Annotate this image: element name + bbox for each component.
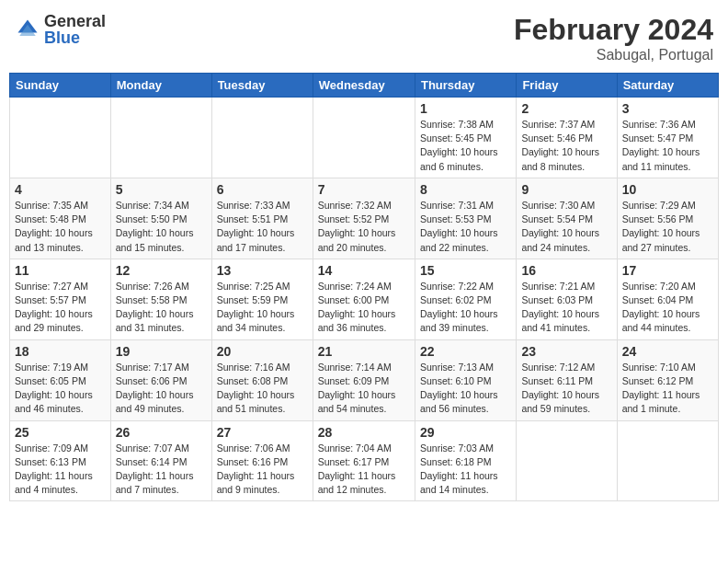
calendar-cell: 26Sunrise: 7:07 AM Sunset: 6:14 PM Dayli… bbox=[110, 420, 211, 501]
calendar-cell: 22Sunrise: 7:13 AM Sunset: 6:10 PM Dayli… bbox=[415, 339, 516, 420]
calendar-cell: 19Sunrise: 7:17 AM Sunset: 6:06 PM Dayli… bbox=[110, 339, 211, 420]
day-info: Sunrise: 7:35 AM Sunset: 5:48 PM Dayligh… bbox=[15, 199, 106, 255]
page-header: General Blue February 2024 Sabugal, Port… bbox=[9, 9, 719, 67]
calendar-cell bbox=[110, 98, 211, 178]
calendar-cell: 5Sunrise: 7:34 AM Sunset: 5:50 PM Daylig… bbox=[110, 178, 211, 259]
day-info: Sunrise: 7:21 AM Sunset: 6:03 PM Dayligh… bbox=[521, 280, 611, 336]
calendar-cell: 25Sunrise: 7:09 AM Sunset: 6:13 PM Dayli… bbox=[10, 420, 111, 501]
calendar-cell: 9Sunrise: 7:30 AM Sunset: 5:54 PM Daylig… bbox=[517, 178, 617, 259]
calendar-cell: 11Sunrise: 7:27 AM Sunset: 5:57 PM Dayli… bbox=[10, 259, 111, 339]
day-info: Sunrise: 7:25 AM Sunset: 5:59 PM Dayligh… bbox=[217, 280, 308, 336]
day-info: Sunrise: 7:32 AM Sunset: 5:52 PM Dayligh… bbox=[318, 199, 410, 255]
calendar-cell: 10Sunrise: 7:29 AM Sunset: 5:56 PM Dayli… bbox=[617, 178, 718, 259]
weekday-header-friday: Friday bbox=[517, 74, 617, 98]
day-info: Sunrise: 7:33 AM Sunset: 5:51 PM Dayligh… bbox=[217, 199, 308, 255]
day-info: Sunrise: 7:06 AM Sunset: 6:16 PM Dayligh… bbox=[217, 442, 308, 498]
day-number: 6 bbox=[217, 182, 308, 197]
calendar-week-row: 4Sunrise: 7:35 AM Sunset: 5:48 PM Daylig… bbox=[10, 178, 719, 259]
day-info: Sunrise: 7:22 AM Sunset: 6:02 PM Dayligh… bbox=[420, 280, 511, 336]
day-number: 14 bbox=[318, 263, 410, 278]
weekday-header-wednesday: Wednesday bbox=[313, 74, 415, 98]
day-number: 24 bbox=[622, 344, 713, 359]
day-info: Sunrise: 7:10 AM Sunset: 6:12 PM Dayligh… bbox=[622, 361, 713, 417]
calendar-cell bbox=[10, 98, 111, 178]
day-info: Sunrise: 7:14 AM Sunset: 6:09 PM Dayligh… bbox=[318, 361, 410, 417]
calendar-cell bbox=[617, 420, 718, 501]
day-number: 12 bbox=[116, 263, 207, 278]
day-number: 19 bbox=[116, 344, 207, 359]
day-number: 29 bbox=[420, 425, 511, 440]
day-number: 13 bbox=[217, 263, 308, 278]
logo-general: General bbox=[44, 13, 106, 29]
calendar-cell: 13Sunrise: 7:25 AM Sunset: 5:59 PM Dayli… bbox=[211, 259, 313, 339]
day-number: 10 bbox=[622, 182, 713, 197]
day-info: Sunrise: 7:24 AM Sunset: 6:00 PM Dayligh… bbox=[318, 280, 410, 336]
day-info: Sunrise: 7:13 AM Sunset: 6:10 PM Dayligh… bbox=[420, 361, 511, 417]
day-number: 15 bbox=[420, 263, 511, 278]
calendar-cell bbox=[517, 420, 617, 501]
day-number: 27 bbox=[217, 425, 308, 440]
weekday-header-saturday: Saturday bbox=[617, 74, 718, 98]
calendar-cell: 15Sunrise: 7:22 AM Sunset: 6:02 PM Dayli… bbox=[415, 259, 516, 339]
location: Sabugal, Portugal bbox=[514, 47, 713, 63]
day-info: Sunrise: 7:09 AM Sunset: 6:13 PM Dayligh… bbox=[15, 442, 106, 498]
day-info: Sunrise: 7:37 AM Sunset: 5:46 PM Dayligh… bbox=[521, 118, 611, 174]
calendar-cell: 20Sunrise: 7:16 AM Sunset: 6:08 PM Dayli… bbox=[211, 339, 313, 420]
calendar-week-row: 18Sunrise: 7:19 AM Sunset: 6:05 PM Dayli… bbox=[10, 339, 719, 420]
calendar-cell: 1Sunrise: 7:38 AM Sunset: 5:45 PM Daylig… bbox=[415, 98, 516, 178]
day-info: Sunrise: 7:31 AM Sunset: 5:53 PM Dayligh… bbox=[420, 199, 511, 255]
calendar-cell: 12Sunrise: 7:26 AM Sunset: 5:58 PM Dayli… bbox=[110, 259, 211, 339]
calendar-cell: 3Sunrise: 7:36 AM Sunset: 5:47 PM Daylig… bbox=[617, 98, 718, 178]
month-year: February 2024 bbox=[514, 13, 713, 47]
day-info: Sunrise: 7:20 AM Sunset: 6:04 PM Dayligh… bbox=[622, 280, 713, 336]
calendar-cell: 14Sunrise: 7:24 AM Sunset: 6:00 PM Dayli… bbox=[313, 259, 415, 339]
calendar-cell: 18Sunrise: 7:19 AM Sunset: 6:05 PM Dayli… bbox=[10, 339, 111, 420]
calendar-cell: 6Sunrise: 7:33 AM Sunset: 5:51 PM Daylig… bbox=[211, 178, 313, 259]
calendar-cell bbox=[211, 98, 313, 178]
day-info: Sunrise: 7:34 AM Sunset: 5:50 PM Dayligh… bbox=[116, 199, 207, 255]
calendar-cell: 2Sunrise: 7:37 AM Sunset: 5:46 PM Daylig… bbox=[517, 98, 617, 178]
day-info: Sunrise: 7:03 AM Sunset: 6:18 PM Dayligh… bbox=[420, 442, 511, 498]
day-info: Sunrise: 7:27 AM Sunset: 5:57 PM Dayligh… bbox=[15, 280, 106, 336]
calendar-cell: 17Sunrise: 7:20 AM Sunset: 6:04 PM Dayli… bbox=[617, 259, 718, 339]
day-number: 7 bbox=[318, 182, 410, 197]
day-info: Sunrise: 7:12 AM Sunset: 6:11 PM Dayligh… bbox=[521, 361, 611, 417]
day-info: Sunrise: 7:36 AM Sunset: 5:47 PM Dayligh… bbox=[622, 118, 713, 174]
day-number: 3 bbox=[622, 101, 713, 116]
calendar-cell: 4Sunrise: 7:35 AM Sunset: 5:48 PM Daylig… bbox=[10, 178, 111, 259]
day-number: 26 bbox=[116, 425, 207, 440]
weekday-header-tuesday: Tuesday bbox=[211, 74, 313, 98]
day-number: 2 bbox=[521, 101, 611, 116]
calendar-cell: 8Sunrise: 7:31 AM Sunset: 5:53 PM Daylig… bbox=[415, 178, 516, 259]
day-number: 1 bbox=[420, 101, 511, 116]
day-number: 5 bbox=[116, 182, 207, 197]
calendar-week-row: 25Sunrise: 7:09 AM Sunset: 6:13 PM Dayli… bbox=[10, 420, 719, 501]
weekday-header-monday: Monday bbox=[110, 74, 211, 98]
day-number: 18 bbox=[15, 344, 106, 359]
day-info: Sunrise: 7:29 AM Sunset: 5:56 PM Dayligh… bbox=[622, 199, 713, 255]
calendar-cell bbox=[313, 98, 415, 178]
day-info: Sunrise: 7:19 AM Sunset: 6:05 PM Dayligh… bbox=[15, 361, 106, 417]
calendar-cell: 29Sunrise: 7:03 AM Sunset: 6:18 PM Dayli… bbox=[415, 420, 516, 501]
calendar-cell: 28Sunrise: 7:04 AM Sunset: 6:17 PM Dayli… bbox=[313, 420, 415, 501]
title-block: February 2024 Sabugal, Portugal bbox=[514, 13, 713, 63]
calendar-cell: 21Sunrise: 7:14 AM Sunset: 6:09 PM Dayli… bbox=[313, 339, 415, 420]
day-number: 9 bbox=[521, 182, 611, 197]
day-number: 28 bbox=[318, 425, 410, 440]
calendar-cell: 24Sunrise: 7:10 AM Sunset: 6:12 PM Dayli… bbox=[617, 339, 718, 420]
day-info: Sunrise: 7:26 AM Sunset: 5:58 PM Dayligh… bbox=[116, 280, 207, 336]
day-info: Sunrise: 7:38 AM Sunset: 5:45 PM Dayligh… bbox=[420, 118, 511, 174]
calendar-cell: 16Sunrise: 7:21 AM Sunset: 6:03 PM Dayli… bbox=[517, 259, 617, 339]
calendar-cell: 27Sunrise: 7:06 AM Sunset: 6:16 PM Dayli… bbox=[211, 420, 313, 501]
day-number: 22 bbox=[420, 344, 511, 359]
logo-icon bbox=[15, 17, 40, 42]
day-info: Sunrise: 7:07 AM Sunset: 6:14 PM Dayligh… bbox=[116, 442, 207, 498]
weekday-header-row: SundayMondayTuesdayWednesdayThursdayFrid… bbox=[10, 74, 719, 98]
calendar-week-row: 1Sunrise: 7:38 AM Sunset: 5:45 PM Daylig… bbox=[10, 98, 719, 178]
logo-blue: Blue bbox=[44, 29, 106, 46]
day-info: Sunrise: 7:16 AM Sunset: 6:08 PM Dayligh… bbox=[217, 361, 308, 417]
day-number: 23 bbox=[521, 344, 611, 359]
weekday-header-sunday: Sunday bbox=[10, 74, 111, 98]
day-number: 17 bbox=[622, 263, 713, 278]
day-number: 8 bbox=[420, 182, 511, 197]
